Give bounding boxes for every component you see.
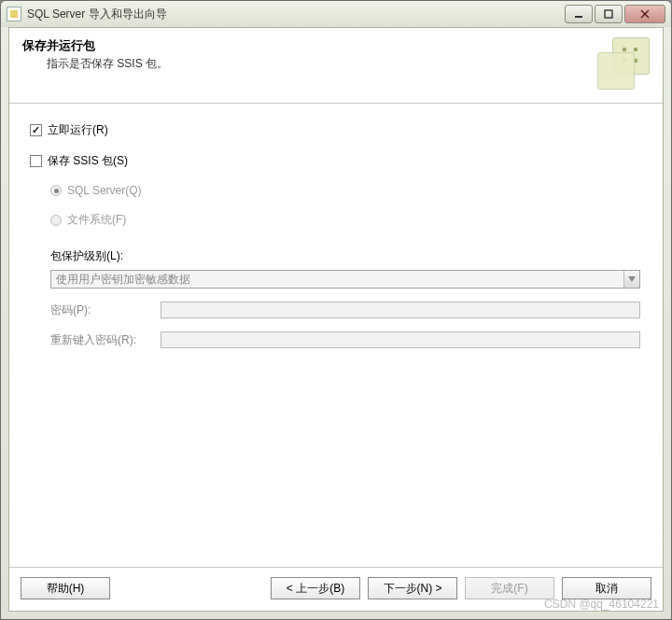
minimize-icon — [574, 9, 583, 19]
filesystem-radio-label: 文件系统(F) — [67, 212, 126, 228]
save-ssis-checkbox[interactable] — [30, 155, 42, 167]
sqlserver-radio-option: SQL Server(Q) — [50, 184, 642, 197]
confirm-password-input — [161, 331, 640, 348]
filesystem-radio-option: 文件系统(F) — [50, 212, 642, 228]
window-title: SQL Server 导入和导出向导 — [27, 7, 565, 22]
password-label: 密码(P): — [50, 303, 153, 318]
cancel-button[interactable]: 取消 — [562, 577, 651, 599]
close-icon — [640, 9, 650, 19]
filesystem-radio — [50, 215, 62, 226]
wizard-graphic-icon — [597, 37, 650, 90]
wizard-window: SQL Server 导入和导出向导 保存并运行包 指示是否保存 SSIS 包。 — [0, 0, 672, 620]
close-button[interactable] — [624, 5, 665, 23]
save-ssis-label: 保存 SSIS 包(S) — [48, 153, 128, 169]
page-title: 保存并运行包 — [22, 37, 588, 54]
protection-level-value: 使用用户密钥加密敏感数据 — [51, 272, 623, 288]
finish-button: 完成(F) — [465, 577, 554, 599]
content-area: 立即运行(R) 保存 SSIS 包(S) SQL Server(Q) 文件系统(… — [9, 104, 663, 567]
confirm-password-label: 重新键入密码(R): — [50, 332, 153, 348]
client-area: 保存并运行包 指示是否保存 SSIS 包。 立即运行(R) 保存 SSIS 包(… — [8, 27, 664, 612]
password-input — [161, 302, 640, 318]
back-button[interactable]: < 上一步(B) — [271, 577, 360, 599]
maximize-button[interactable] — [595, 5, 623, 23]
run-immediately-checkbox[interactable] — [30, 124, 42, 136]
confirm-password-row: 重新键入密码(R): — [50, 331, 640, 348]
wizard-header: 保存并运行包 指示是否保存 SSIS 包。 — [9, 28, 663, 104]
combo-dropdown-button — [623, 271, 639, 288]
sqlserver-radio-label: SQL Server(Q) — [67, 184, 142, 197]
help-button[interactable]: 帮助(H) — [21, 577, 110, 599]
run-immediately-option[interactable]: 立即运行(R) — [30, 122, 642, 138]
window-controls — [565, 5, 665, 23]
sqlserver-radio — [50, 185, 62, 196]
svg-rect-1 — [605, 10, 612, 18]
next-button[interactable]: 下一步(N) > — [368, 577, 457, 599]
app-icon — [7, 7, 21, 21]
maximize-icon — [604, 9, 613, 19]
save-ssis-option[interactable]: 保存 SSIS 包(S) — [30, 153, 642, 169]
protection-level-label: 包保护级别(L): — [50, 248, 642, 264]
page-subtitle: 指示是否保存 SSIS 包。 — [47, 56, 588, 72]
wizard-footer: 帮助(H) < 上一步(B) 下一步(N) > 完成(F) 取消 — [9, 567, 663, 611]
run-immediately-label: 立即运行(R) — [48, 122, 108, 138]
minimize-button[interactable] — [565, 5, 593, 23]
chevron-down-icon — [628, 276, 636, 282]
protection-level-combo: 使用用户密钥加密敏感数据 — [50, 270, 640, 289]
titlebar[interactable]: SQL Server 导入和导出向导 — [1, 1, 671, 27]
password-row: 密码(P): — [50, 302, 640, 318]
